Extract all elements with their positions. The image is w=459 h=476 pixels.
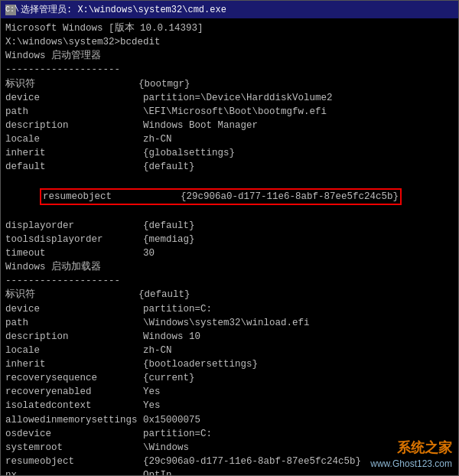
console-lines-before: Microsoft Windows [版本 10.0.14393]X:\wind…: [5, 21, 454, 174]
console-area[interactable]: Microsoft Windows [版本 10.0.14393]X:\wind…: [1, 18, 458, 475]
console-line: path \EFI\Microsoft\Boot\bootmgfw.efi: [5, 105, 454, 119]
console-line: recoveryenabled Yes: [5, 385, 454, 399]
console-line: toolsdisplayorder {memdiag}: [5, 233, 454, 246]
window-frame: C:\ 选择管理员: X:\windows\system32\cmd.exe M…: [0, 0, 459, 476]
console-line: device partition=\Device\HarddiskVolume2: [5, 91, 454, 105]
watermark-text-2: www.Ghost123.com: [370, 458, 452, 469]
console-line: X:\windows\system32>bcdedit: [5, 35, 454, 49]
console-lines-after: displayorder {default}toolsdisplayorder …: [5, 219, 454, 475]
console-line: 标识符 {bootmgr}: [5, 77, 454, 91]
console-line: locale zh-CN: [5, 344, 454, 357]
watermark-text-1: 系统之家: [397, 439, 452, 457]
console-line: inherit {bootloadersettings}: [5, 357, 454, 371]
title-bar-icon: C:\: [5, 5, 16, 15]
title-bar: C:\ 选择管理员: X:\windows\system32\cmd.exe: [1, 1, 458, 18]
console-line: nx OptIn: [5, 468, 454, 475]
console-line: --------------------: [5, 63, 454, 77]
console-line: device partition=C:: [5, 302, 454, 316]
console-line: displayorder {default}: [5, 219, 454, 233]
highlighted-line-row: resumeobject {29c906a0-d177-11e6-8abf-87…: [5, 174, 454, 218]
console-line: allowedinmemorysettings 0x15000075: [5, 413, 454, 427]
console-line: locale zh-CN: [5, 132, 454, 146]
console-line: default {default}: [5, 160, 454, 174]
console-line: recoverysequence {current}: [5, 371, 454, 385]
console-line: timeout 30: [5, 246, 454, 260]
console-line: description Windows Boot Manager: [5, 119, 454, 132]
watermark-container: 系统之家 www.Ghost123.com: [370, 439, 452, 469]
console-line: Microsoft Windows [版本 10.0.14393]: [5, 21, 454, 35]
console-line: Windows 启动管理器: [5, 49, 454, 63]
console-line: description Windows 10: [5, 330, 454, 344]
console-line: Windows 启动加载器: [5, 260, 454, 274]
title-bar-text: 选择管理员: X:\windows\system32\cmd.exe: [21, 3, 226, 16]
console-line: inherit {globalsettings}: [5, 146, 454, 160]
console-line: --------------------: [5, 274, 454, 288]
console-line: isolatedcontext Yes: [5, 399, 454, 412]
console-line: path \Windows\system32\winload.efi: [5, 316, 454, 330]
console-line: 标识符 {default}: [5, 288, 454, 302]
highlighted-line: resumeobject {29c906a0-d177-11e6-8abf-87…: [40, 188, 402, 205]
